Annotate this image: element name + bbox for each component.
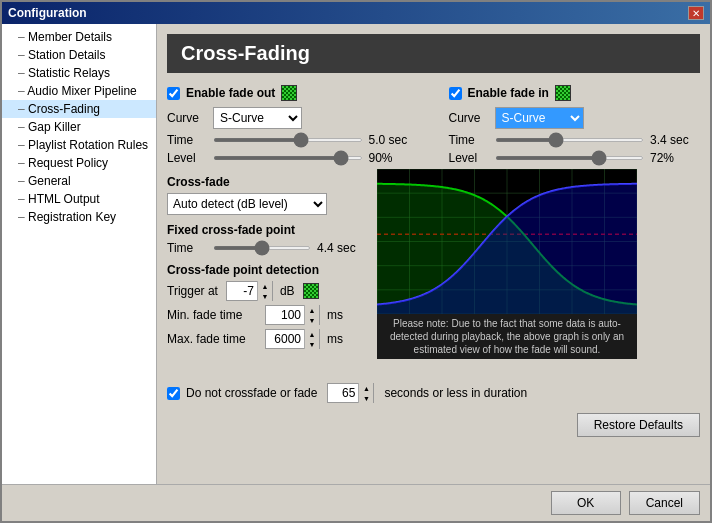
fade-out-time-label: Time [167,133,207,147]
fade-out-curve-select[interactable]: S-Curve Linear Logarithmic [213,107,302,129]
sidebar-item-station-details[interactable]: Station Details [2,46,156,64]
page-title: Cross-Fading [167,34,700,73]
no-crossfade-arrows: ▲ ▼ [358,383,373,403]
fade-out-level-row: Level 90% [167,151,419,165]
fade-out-level-slider[interactable] [213,156,363,160]
fade-in-section: Enable fade in Curve S-Curve Linear Loga… [449,85,701,169]
restore-defaults-button[interactable]: Restore Defaults [577,413,700,437]
fade-out-time-row: Time 5.0 sec [167,133,419,147]
min-fade-row: Min. fade time ▲ ▼ ms [167,305,367,325]
trigger-up[interactable]: ▲ [258,281,272,291]
fade-in-time-label: Time [449,133,489,147]
sidebar-item-cross-fading[interactable]: Cross-Fading [2,100,156,118]
sidebar: Member DetailsStation DetailsStatistic R… [2,24,157,484]
max-fade-unit: ms [327,332,343,346]
fade-in-enable-row: Enable fade in [449,85,701,101]
fade-in-level-slider-container [495,156,645,160]
min-fade-down[interactable]: ▼ [305,315,319,325]
fade-in-curve-select[interactable]: S-Curve Linear Logarithmic [495,107,584,129]
middle-section: Cross-fade Auto detect (dB level) Fixed … [167,169,700,359]
ok-button[interactable]: OK [551,491,621,515]
fade-in-curve-label: Curve [449,111,489,125]
no-crossfade-label: Do not crossfade or fade [186,386,317,400]
no-crossfade-input[interactable] [328,385,358,401]
fade-out-time-value: 5.0 sec [369,133,419,147]
fixed-point-slider[interactable] [213,246,311,250]
trigger-arrows: ▲ ▼ [257,281,272,301]
fade-in-time-slider-container [495,138,645,142]
sidebar-item-registration-key[interactable]: Registration Key [2,208,156,226]
fade-out-section: Enable fade out Curve S-Curve Linear Log… [167,85,419,169]
min-fade-unit: ms [327,308,343,322]
fade-in-curve-row: Curve S-Curve Linear Logarithmic [449,107,701,129]
crossfade-header: Cross-fade [167,175,367,189]
fade-out-enable-row: Enable fade out [167,85,419,101]
trigger-unit: dB [280,284,295,298]
no-crossfade-down[interactable]: ▼ [359,393,373,403]
fade-in-label: Enable fade in [468,86,549,100]
fixed-point-time-label: Time [167,241,207,255]
fixed-point-time-value: 4.4 sec [317,241,367,255]
fixed-point-slider-container [213,246,311,250]
sidebar-item-playlist-rotation-rules[interactable]: Playlist Rotation Rules [2,136,156,154]
max-fade-down[interactable]: ▼ [305,339,319,349]
trigger-input[interactable] [227,283,257,299]
fade-out-curve-label: Curve [167,111,207,125]
buttons-row: OK Cancel [2,484,710,521]
fade-out-time-slider[interactable] [213,138,363,142]
fade-out-color-grid [281,85,297,101]
sidebar-item-audio-mixer-pipeline[interactable]: Audio Mixer Pipeline [2,82,156,100]
max-fade-label: Max. fade time [167,332,257,346]
content-area: Cross-Fading Enable fade out Curve S-Cur… [157,24,710,484]
fixed-point-header: Fixed cross-fade point [167,223,367,237]
trigger-spinbox: ▲ ▼ [226,281,273,301]
sidebar-item-html-output[interactable]: HTML Output [2,190,156,208]
fade-out-level-slider-container [213,156,363,160]
bottom-row: Do not crossfade or fade ▲ ▼ seconds or … [167,377,700,409]
sidebar-item-request-policy[interactable]: Request Policy [2,154,156,172]
graph-area: Please note: Due to the fact that some d… [377,169,700,359]
max-fade-row: Max. fade time ▲ ▼ ms [167,329,367,349]
sidebar-item-statistic-relays[interactable]: Statistic Relays [2,64,156,82]
crossfade-dropdown-row: Auto detect (dB level) Fixed point Disab… [167,193,367,215]
fade-in-checkbox[interactable] [449,87,462,100]
max-fade-input[interactable] [266,331,304,347]
sidebar-item-gap-killer[interactable]: Gap Killer [2,118,156,136]
fade-out-checkbox[interactable] [167,87,180,100]
graph-note: Please note: Due to the fact that some d… [377,314,637,359]
fade-in-level-slider[interactable] [495,156,645,160]
fade-in-level-row: Level 72% [449,151,701,165]
fade-columns: Enable fade out Curve S-Curve Linear Log… [167,85,700,169]
max-fade-arrows: ▲ ▼ [304,329,319,349]
sidebar-item-member-details[interactable]: Member Details [2,28,156,46]
min-fade-input[interactable] [266,307,304,323]
min-fade-spinbox: ▲ ▼ [265,305,320,325]
crossfade-mode-select[interactable]: Auto detect (dB level) Fixed point Disab… [167,193,327,215]
graph-note-text: Please note: Due to the fact that some d… [390,318,624,355]
sidebar-item-general[interactable]: General [2,172,156,190]
fade-graph-canvas [377,169,637,314]
fade-in-time-value: 3.4 sec [650,133,700,147]
fade-out-time-slider-container [213,138,363,142]
min-fade-label: Min. fade time [167,308,257,322]
trigger-down[interactable]: ▼ [258,291,272,301]
fade-in-time-row: Time 3.4 sec [449,133,701,147]
fade-in-time-slider[interactable] [495,138,645,142]
fade-out-level-value: 90% [369,151,419,165]
fade-out-curve-row: Curve S-Curve Linear Logarithmic [167,107,419,129]
fixed-point-time-row: Time 4.4 sec [167,241,367,255]
window-title: Configuration [8,6,87,20]
trigger-label: Trigger at [167,284,218,298]
trigger-row: Trigger at ▲ ▼ dB [167,281,367,301]
main-content: Member DetailsStation DetailsStatistic R… [2,24,710,484]
no-crossfade-spinbox: ▲ ▼ [327,383,374,403]
min-fade-up[interactable]: ▲ [305,305,319,315]
cancel-button[interactable]: Cancel [629,491,700,515]
fade-out-level-label: Level [167,151,207,165]
title-bar: Configuration ✕ [2,2,710,24]
no-crossfade-checkbox[interactable] [167,387,180,400]
no-crossfade-up[interactable]: ▲ [359,383,373,393]
detection-header: Cross-fade point detection [167,263,367,277]
close-button[interactable]: ✕ [688,6,704,20]
max-fade-up[interactable]: ▲ [305,329,319,339]
